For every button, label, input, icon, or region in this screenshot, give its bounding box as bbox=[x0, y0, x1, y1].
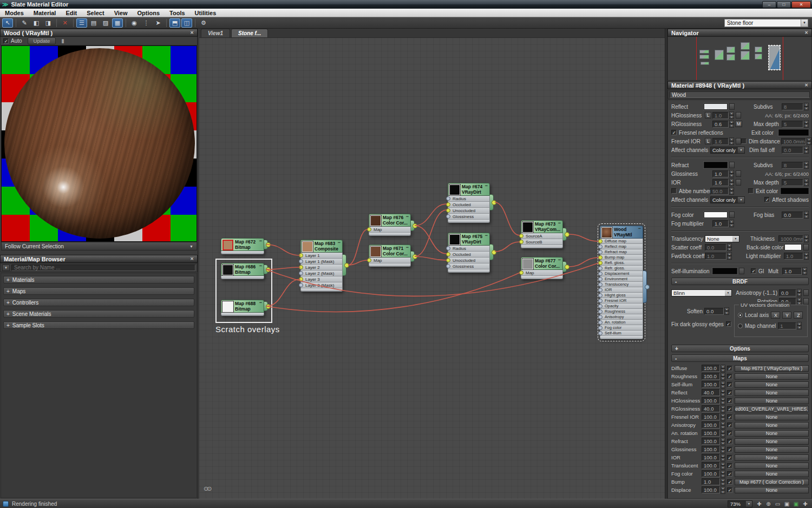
zoom-tool-icon[interactable]: ⊕ bbox=[764, 500, 773, 508]
spinner[interactable]: ▲▼ bbox=[797, 289, 802, 296]
input-socket[interactable] bbox=[446, 208, 450, 213]
axis-y-button[interactable]: Y bbox=[782, 312, 791, 319]
input-socket[interactable] bbox=[446, 214, 450, 219]
node-map676[interactable]: Map #676Color Cor...−Map bbox=[369, 214, 411, 236]
node-slot-fresnel-ior[interactable]: Fresnel IOR bbox=[600, 298, 643, 304]
tab-view1[interactable]: View1 bbox=[201, 29, 230, 37]
node-map686[interactable]: Map #686Bitmap− bbox=[221, 263, 264, 279]
spinner[interactable]: ▲▼ bbox=[804, 235, 809, 242]
toolbar-render-preview-icon[interactable]: ◉ bbox=[129, 18, 140, 28]
node-slot-refr-gloss[interactable]: Refr. gloss. bbox=[600, 266, 643, 271]
input-socket[interactable] bbox=[299, 265, 303, 269]
input-socket[interactable] bbox=[446, 246, 450, 250]
minimize-button[interactable]: – bbox=[762, 1, 776, 8]
output-socket[interactable] bbox=[492, 200, 496, 205]
collapse-icon[interactable]: − bbox=[406, 245, 409, 250]
input-socket[interactable] bbox=[367, 258, 371, 262]
field-max-depth[interactable]: 5 bbox=[782, 121, 803, 128]
output-socket[interactable] bbox=[266, 304, 271, 309]
input-socket[interactable] bbox=[598, 266, 603, 271]
swatch-refract[interactable] bbox=[704, 162, 728, 168]
node-slot-sourcea[interactable]: SourceA bbox=[521, 233, 563, 239]
tab-stone-floor[interactable]: Stone f... bbox=[231, 29, 268, 37]
toolbar-delete-selected-icon[interactable]: ✕ bbox=[60, 18, 70, 28]
field-fwd-bck-coeff[interactable]: 1.0 bbox=[705, 253, 726, 260]
amount-field-reflect[interactable]: 40.0 bbox=[702, 389, 720, 396]
collapse-icon[interactable]: − bbox=[558, 257, 561, 262]
spinner[interactable]: ▲▼ bbox=[724, 307, 729, 315]
pan-tool-icon[interactable]: ✚ bbox=[755, 500, 764, 508]
map-enable-checkbox[interactable]: ✓ bbox=[727, 439, 732, 444]
rollout-brdf[interactable]: - BRDF bbox=[671, 278, 809, 285]
spinner[interactable]: ▲▼ bbox=[729, 137, 734, 145]
node-slot-self-illum[interactable]: Self-illum bbox=[600, 331, 643, 336]
node-slot-glossiness[interactable]: Glossiness bbox=[448, 263, 490, 269]
input-socket[interactable] bbox=[299, 259, 303, 263]
checkbox-fresnel-reflections[interactable]: ✓ bbox=[671, 130, 677, 135]
auto-update-checkbox[interactable]: ✓ bbox=[3, 38, 9, 44]
spinner[interactable]: ▲▼ bbox=[804, 120, 809, 128]
node-header[interactable]: Map #675VRayDirt− bbox=[448, 233, 490, 246]
input-socket[interactable] bbox=[598, 245, 603, 249]
node-slot-unoccluded[interactable]: Unoccluded bbox=[448, 258, 490, 263]
spinner[interactable]: ▲▼ bbox=[804, 211, 809, 219]
map-button-reflect[interactable]: None bbox=[735, 390, 809, 396]
output-socket[interactable] bbox=[412, 223, 417, 228]
node-slot-occluded[interactable]: Occluded bbox=[448, 252, 490, 258]
map-button[interactable] bbox=[729, 103, 735, 110]
map-enable-checkbox[interactable]: ✓ bbox=[727, 471, 732, 477]
node-header[interactable]: Map #672Bitmap− bbox=[221, 238, 264, 251]
map-enable-checkbox[interactable]: ✓ bbox=[727, 366, 732, 371]
checkbox-self-illumination[interactable]: ✓ bbox=[751, 268, 756, 274]
menu-select[interactable]: Select bbox=[82, 9, 109, 17]
spinner[interactable]: ▲▼ bbox=[729, 179, 734, 186]
toolbar-show-background-icon[interactable]: ▨ bbox=[100, 18, 111, 28]
map-button-roughness[interactable]: None bbox=[735, 373, 809, 380]
node-slot-layer-2-mask[interactable]: Layer 2 (Mask) bbox=[300, 271, 343, 276]
brdf-type-dropdown[interactable]: Blinn ▼ bbox=[671, 289, 732, 296]
navigator-map[interactable] bbox=[667, 37, 812, 81]
node-slot-map[interactable]: Map bbox=[369, 258, 411, 263]
node-slot-map[interactable]: Map bbox=[369, 227, 411, 233]
material-name-field[interactable] bbox=[670, 91, 810, 98]
swatch-reflect[interactable] bbox=[704, 103, 728, 110]
spinner[interactable]: ▲▼ bbox=[721, 405, 725, 413]
browser-header[interactable]: Material/Map Browser ✕ bbox=[0, 255, 198, 263]
map-button-glossiness[interactable]: None bbox=[735, 446, 809, 453]
node-slot-bump-map[interactable]: Bump map bbox=[600, 255, 643, 260]
amount-field-hglossiness[interactable]: 100.0 bbox=[702, 397, 720, 404]
spinner[interactable]: ▲▼ bbox=[807, 137, 811, 145]
fix-dark-glossy-edges-checkbox[interactable]: ✓ bbox=[726, 321, 731, 327]
toolbar-show-shaded-material-icon[interactable]: ◫ bbox=[181, 18, 192, 28]
axis-z-button[interactable]: Z bbox=[794, 312, 803, 319]
menu-material[interactable]: Material bbox=[29, 9, 61, 17]
input-socket[interactable] bbox=[519, 271, 523, 275]
node-slot-unoccluded[interactable]: Unoccluded bbox=[448, 208, 490, 214]
swatch-back-side-color[interactable] bbox=[784, 244, 802, 250]
toolbar-layout-all-icon[interactable]: ➤ bbox=[153, 18, 163, 28]
swatch-exit-color[interactable] bbox=[778, 129, 809, 136]
output-socket[interactable] bbox=[645, 285, 650, 289]
map-channel-radio[interactable] bbox=[738, 324, 743, 328]
close-icon[interactable]: ✕ bbox=[190, 256, 194, 261]
menu-edit[interactable]: Edit bbox=[61, 9, 82, 17]
field-rglossiness[interactable]: 0.6 bbox=[712, 121, 729, 128]
field-ior[interactable]: 1.6 bbox=[712, 179, 729, 186]
map-button-self-illum[interactable]: None bbox=[735, 381, 809, 388]
output-socket[interactable] bbox=[266, 267, 271, 272]
dropdown-affect-channels[interactable]: Color only▼ bbox=[710, 196, 745, 203]
node-header[interactable]: Map #671Color Cor...− bbox=[369, 245, 411, 258]
map-enable-checkbox[interactable]: ✓ bbox=[727, 374, 732, 379]
node-slot-opacity[interactable]: Opacity bbox=[600, 304, 643, 309]
toolbar-assign-material-to-selection-icon[interactable]: ◧ bbox=[31, 18, 42, 28]
amount-field-fog-color[interactable]: 100.0 bbox=[702, 470, 720, 477]
map-button-rglossiness[interactable]: ed001_OVERLAY_VAR1_HIRES.jpg) bbox=[735, 406, 809, 412]
material-preview[interactable] bbox=[1, 45, 197, 242]
menu-modes[interactable]: Modes bbox=[0, 9, 29, 17]
anisotropy-field[interactable]: 0.0 bbox=[779, 289, 796, 296]
map-button-anisotropy[interactable]: None bbox=[735, 422, 809, 428]
local-axis-radio[interactable] bbox=[738, 313, 743, 318]
spinner[interactable]: ▲▼ bbox=[721, 421, 725, 429]
amount-field-translucent[interactable]: 100.0 bbox=[702, 462, 720, 469]
amount-field-diffuse[interactable]: 100.0 bbox=[702, 365, 720, 372]
